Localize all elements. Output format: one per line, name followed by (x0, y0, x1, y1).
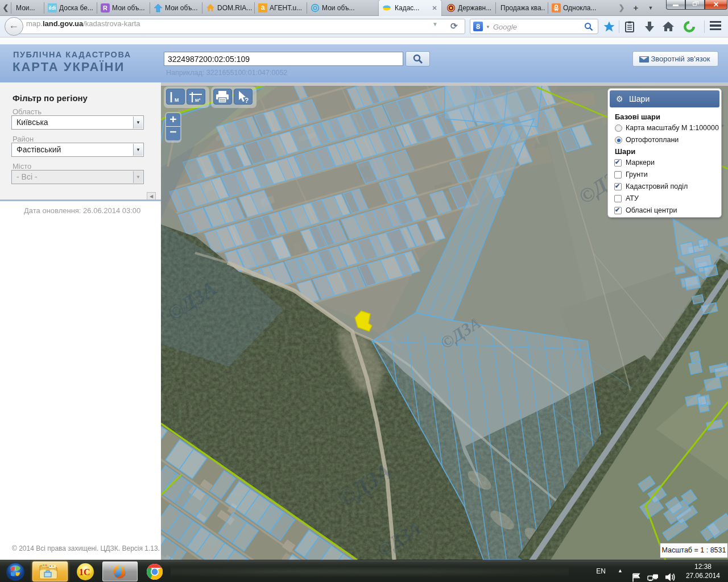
svg-text:М: М (175, 97, 179, 103)
svg-text:?: ? (245, 97, 249, 105)
svg-text:1С: 1С (79, 567, 90, 577)
svg-text:М²: М² (195, 98, 201, 103)
